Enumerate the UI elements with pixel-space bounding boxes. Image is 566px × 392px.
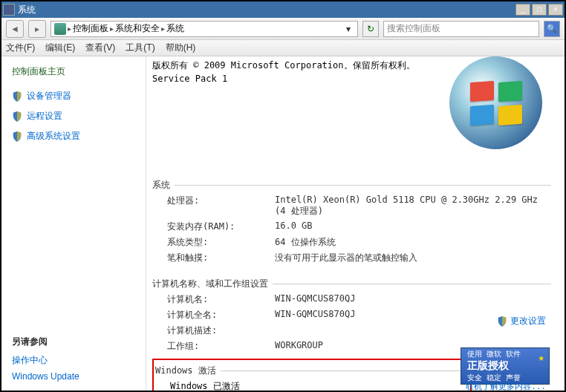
sidebar-item-label: 设备管理器 [27, 90, 71, 102]
shield-icon [497, 316, 507, 327]
genuine-line1: 使用 微软 软件 [467, 349, 549, 359]
menu-tools[interactable]: 工具(T) [126, 42, 154, 54]
label-system-type: 系统类型: [167, 236, 275, 249]
maximize-button[interactable]: □ [532, 4, 547, 16]
control-panel-home-link[interactable]: 控制面板主页 [12, 65, 135, 78]
breadcrumb-item[interactable]: 系统 [166, 22, 184, 35]
menu-edit[interactable]: 编辑(E) [45, 42, 75, 54]
see-also-header: 另请参阅 [12, 336, 135, 348]
value-system-type: 64 位操作系统 [275, 236, 551, 249]
shield-icon [12, 111, 22, 122]
label-ram: 安装内存(RAM): [167, 220, 275, 233]
titlebar: 系统 _ □ × [1, 1, 565, 18]
forward-button[interactable]: ▸ [28, 20, 46, 38]
chevron-right-icon: ▸ [161, 24, 165, 33]
label-description: 计算机描述: [167, 324, 275, 337]
minimize-button[interactable]: _ [515, 4, 530, 16]
chevron-right-icon: ▸ [110, 24, 114, 33]
window-title: 系统 [18, 4, 515, 16]
label-workgroup: 工作组: [167, 340, 275, 353]
shield-icon [12, 91, 22, 102]
see-also-windows-update[interactable]: Windows Update [12, 371, 135, 382]
search-placeholder: 搜索控制面板 [387, 22, 440, 35]
value-pen-touch: 没有可用于此显示器的笔或触控输入 [275, 252, 551, 264]
back-button[interactable]: ◄ [6, 20, 24, 38]
breadcrumb-item[interactable]: 控制面板 [73, 22, 108, 35]
menu-view[interactable]: 查看(V) [85, 42, 115, 54]
sidebar: 控制面板主页 设备管理器 远程设置 高级系统设置 另请参阅 操作中心 Windo… [1, 56, 146, 391]
learn-more-link[interactable]: 联机了解更多内容... [466, 381, 546, 391]
section-computer-header: 计算机名称、域和工作组设置 [152, 278, 551, 290]
sidebar-item-label: 高级系统设置 [27, 130, 80, 143]
label-full-name: 计算机全名: [167, 309, 275, 321]
sidebar-remote-settings[interactable]: 远程设置 [12, 110, 135, 122]
sidebar-item-label: 远程设置 [27, 110, 62, 122]
change-settings-link[interactable]: 更改设置 [497, 315, 546, 327]
genuine-badge[interactable]: ★ 使用 微软 软件 正版授权 安全 稳定 声誉 [461, 347, 550, 385]
breadcrumb-dropdown[interactable]: ▾ [342, 24, 354, 34]
app-icon [3, 4, 15, 16]
activation-highlight-box: Windows 激活 Windows 已激活 产品 ID: 00477-OEM-… [152, 359, 472, 391]
navbar: ◄ ▸ ▸ 控制面板 ▸ 系统和安全 ▸ 系统 ▾ ↻ 搜索控制面板 🔍 [1, 18, 565, 40]
label-processor: 处理器: [167, 195, 275, 218]
sidebar-advanced-settings[interactable]: 高级系统设置 [12, 130, 135, 143]
search-input[interactable]: 搜索控制面板 [383, 21, 539, 37]
value-processor: Intel(R) Xeon(R) Gold 5118 CPU @ 2.30GHz… [275, 195, 551, 218]
breadcrumb[interactable]: ▸ 控制面板 ▸ 系统和安全 ▸ 系统 ▾ [51, 21, 358, 37]
star-icon: ★ [539, 351, 544, 363]
section-activation-header: Windows 激活 [155, 365, 463, 377]
windows-logo [449, 56, 542, 149]
label-computer-name: 计算机名: [167, 293, 275, 306]
menubar: 文件(F) 编辑(E) 查看(V) 工具(T) 帮助(H) [1, 40, 565, 56]
see-also-action-center[interactable]: 操作中心 [12, 354, 135, 367]
value-ram: 16.0 GB [275, 220, 551, 233]
menu-help[interactable]: 帮助(H) [166, 42, 196, 54]
value-computer-name: WIN-GQMCUS870QJ [275, 293, 551, 306]
main-content: 版权所有 © 2009 Microsoft Corporation。保留所有权利… [146, 56, 565, 391]
close-button[interactable]: × [548, 4, 563, 16]
section-system-header: 系统 [152, 179, 551, 192]
menu-file[interactable]: 文件(F) [6, 42, 35, 54]
control-panel-icon [54, 23, 66, 35]
search-button[interactable]: 🔍 [544, 21, 560, 37]
sidebar-device-manager[interactable]: 设备管理器 [12, 90, 135, 102]
chevron-right-icon: ▸ [68, 24, 71, 33]
genuine-line2: 正版授权 [467, 359, 549, 373]
change-settings-label: 更改设置 [510, 315, 546, 327]
breadcrumb-item[interactable]: 系统和安全 [115, 22, 160, 35]
label-pen-touch: 笔和触摸: [167, 252, 275, 264]
activation-status: Windows 已激活 [170, 380, 240, 391]
refresh-button[interactable]: ↻ [362, 21, 379, 37]
shield-icon [12, 131, 22, 142]
